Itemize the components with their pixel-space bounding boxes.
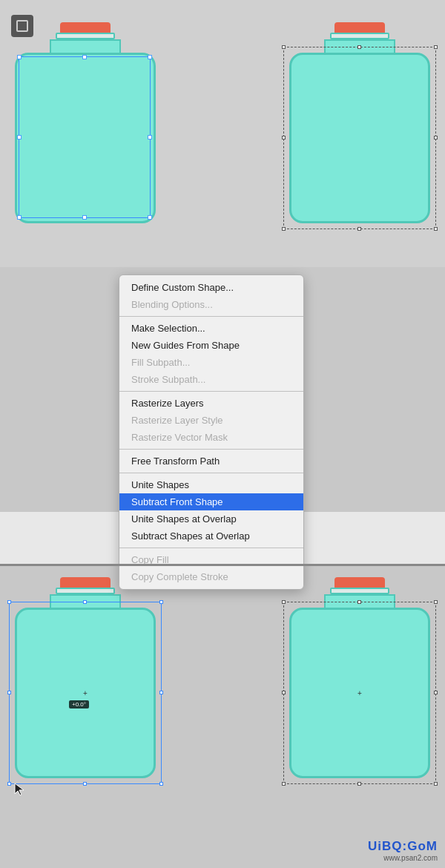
top-canvas-section	[0, 0, 445, 282]
left-jar-group	[15, 22, 156, 223]
section-divider	[0, 564, 445, 566]
jar-body-right	[289, 53, 430, 223]
watermark-line1: UiBQ:GoM	[368, 839, 438, 854]
jar-body-wrapper-right	[289, 53, 430, 223]
jar-body-wrapper-bottom-left: + +0.0°	[15, 608, 156, 778]
dr-handle-ml	[282, 691, 286, 694]
left-jar-bottom-group: + +0.0°	[15, 577, 156, 778]
dashed-handle-ml	[282, 136, 286, 139]
menu-separator-1	[119, 316, 303, 317]
menu-separator-4	[119, 473, 303, 473]
jar-lid-right	[334, 22, 385, 33]
bl-handle-ml	[7, 691, 11, 694]
jar-neck-right	[324, 39, 395, 53]
jar-body-bottom-left	[15, 608, 156, 778]
right-jar-bottom-group: +	[289, 577, 430, 778]
bl-handle-bc	[83, 782, 87, 786]
menu-item-rasterize-vector-mask: Rasterize Vector Mask	[119, 429, 303, 446]
menu-item-fill-subpath: Fill Subpath...	[119, 354, 303, 371]
dr-handle-bl	[282, 782, 286, 786]
jar-neck-rim-bottom-right	[330, 588, 389, 594]
context-menu-section: Define Custom Shape... Blending Options.…	[0, 267, 445, 512]
arrow-cursor-svg	[13, 782, 30, 798]
menu-item-subtract-front-shape[interactable]: Subtract Front Shape	[119, 493, 303, 510]
watermark-text-colored: UiBQ:GoM	[368, 839, 438, 853]
menu-item-free-transform-path[interactable]: Free Transform Path	[119, 453, 303, 470]
watermark-line2: www.psan2.com	[368, 854, 438, 862]
jar-lid-bottom-right	[334, 577, 385, 588]
tool-icon-inner	[16, 20, 28, 32]
dashed-handle-br	[434, 227, 438, 231]
dr-handle-br	[434, 782, 438, 786]
bl-handle-tl	[7, 600, 11, 604]
bl-handle-mr	[159, 691, 163, 694]
jar-neck-rim-right	[330, 33, 389, 39]
cursor-tool-icon[interactable]	[13, 782, 30, 801]
dashed-handle-bc	[357, 227, 361, 231]
menu-item-stroke-subpath: Stroke Subpath...	[119, 371, 303, 388]
dr-handle-mr	[434, 691, 438, 694]
menu-item-unite-shapes-overlap[interactable]: Unite Shapes at Overlap	[119, 510, 303, 527]
bl-handle-tr	[159, 600, 163, 604]
jar-neck-left	[50, 39, 121, 53]
menu-item-unite-shapes[interactable]: Unite Shapes	[119, 476, 303, 493]
bl-handle-bl	[7, 782, 11, 786]
menu-separator-3	[119, 449, 303, 450]
dashed-handle-tl	[282, 45, 286, 49]
jar-lid-left	[60, 22, 111, 33]
menu-item-make-selection[interactable]: Make Selection...	[119, 320, 303, 337]
menu-item-subtract-shapes-overlap[interactable]: Subtract Shapes at Overlap	[119, 527, 303, 545]
jar-neck-rim-bottom-left	[56, 588, 115, 594]
jar-body-wrapper-bottom-right: +	[289, 608, 430, 778]
menu-separator-5	[119, 548, 303, 548]
dashed-handle-bl	[282, 227, 286, 231]
path-tool-icon[interactable]	[11, 15, 33, 37]
dr-handle-tl	[282, 600, 286, 604]
watermark: UiBQ:GoM www.psan2.com	[368, 839, 438, 862]
svg-marker-0	[15, 783, 24, 795]
menu-item-blending-options: Blending Options...	[119, 296, 303, 313]
right-jar-group	[289, 22, 430, 223]
center-cross-right: +	[356, 689, 363, 697]
jar-lid-bottom-left	[60, 577, 111, 588]
context-menu: Define Custom Shape... Blending Options.…	[119, 274, 304, 590]
menu-separator-2	[119, 391, 303, 392]
dashed-handle-mr	[434, 136, 438, 139]
jar-neck-bottom-left	[50, 594, 121, 608]
jar-neck-bottom-right	[324, 594, 395, 608]
dashed-handle-tr	[434, 45, 438, 49]
dr-handle-bc	[357, 782, 361, 786]
jar-neck-rim-left	[56, 33, 115, 39]
menu-item-copy-complete-stroke: Copy Complete Stroke	[119, 568, 303, 585]
menu-item-rasterize-layers[interactable]: Rasterize Layers	[119, 395, 303, 412]
dr-handle-tr	[434, 600, 438, 604]
bl-handle-br	[159, 782, 163, 786]
jar-body-left	[15, 53, 156, 223]
bottom-canvas-section: + +0.0° +	[0, 566, 445, 868]
menu-item-new-guides[interactable]: New Guides From Shape	[119, 337, 303, 354]
jar-body-bottom-right: +	[289, 608, 430, 778]
menu-item-rasterize-layer-style: Rasterize Layer Style	[119, 412, 303, 429]
jar-body-wrapper-left	[15, 53, 156, 223]
menu-item-define-custom-shape[interactable]: Define Custom Shape...	[119, 279, 303, 296]
